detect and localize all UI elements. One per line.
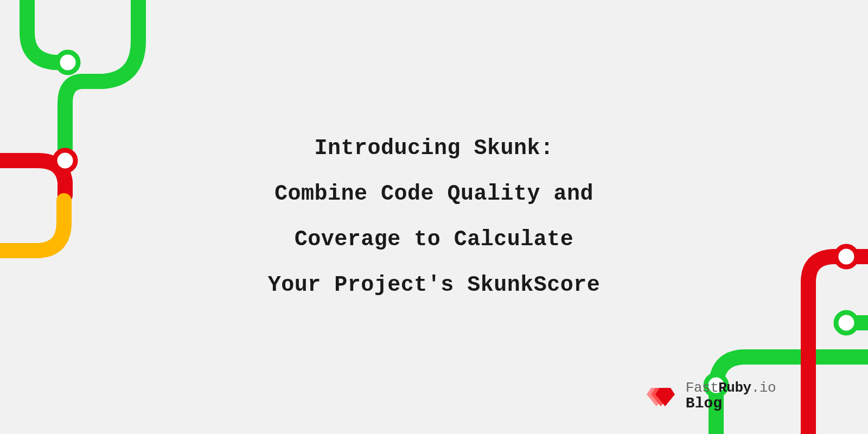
logo-text: FastRuby.io Blog	[686, 380, 776, 412]
brand-subtitle: Blog	[686, 395, 776, 412]
title-line-2: Combine Code Quality and	[0, 179, 868, 209]
svg-point-0	[58, 52, 78, 73]
main-title: Introducing Skunk: Combine Code Quality …	[0, 118, 868, 316]
ruby-gem-icon	[647, 382, 679, 410]
title-line-4: Your Project's SkunkScore	[0, 270, 868, 301]
brand-suffix: .io	[751, 380, 776, 396]
brand-prefix: Fast	[686, 380, 718, 396]
title-line-3: Coverage to Calculate	[0, 225, 868, 255]
brand-name: FastRuby.io	[686, 380, 776, 396]
brand-bold: Ruby	[718, 380, 751, 396]
brand-logo: FastRuby.io Blog	[647, 380, 776, 412]
title-line-1: Introducing Skunk:	[0, 133, 868, 164]
